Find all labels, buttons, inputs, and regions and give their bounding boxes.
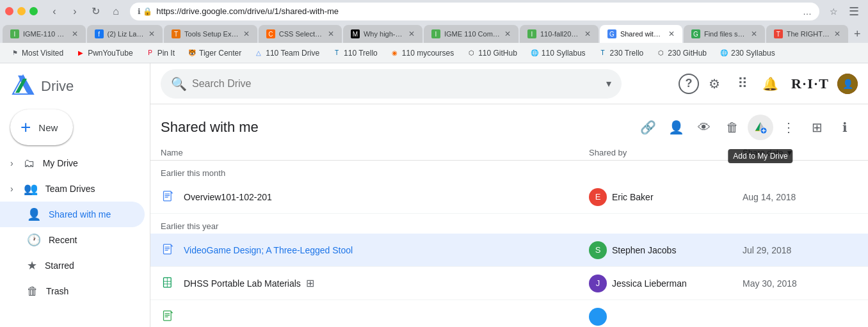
dot-maximize[interactable]	[29, 7, 38, 15]
sidebar-header[interactable]: Drive	[0, 68, 150, 109]
bookmark-label: 230 Trello	[610, 49, 644, 58]
link-button[interactable]: 🔗	[635, 115, 661, 140]
doc-icon	[162, 191, 175, 203]
tab-tab-igme110[interactable]: I IGME 110 Commu... ✕	[424, 25, 518, 43]
address-url: https://drive.google.com/drive/u/1/share…	[156, 6, 799, 16]
drive-logo-text: Drive	[41, 78, 74, 95]
bookmark-icon: ⚑	[10, 49, 19, 58]
recent-icon: 🕐	[27, 233, 41, 247]
bookmark-bm-110-syllabus[interactable]: 🌐 110 Syllabus	[525, 46, 591, 60]
add-to-drive-icon	[754, 121, 767, 134]
bookmark-bm-110-trello[interactable]: T 110 Trello	[327, 46, 383, 60]
tab-close-icon[interactable]: ✕	[328, 29, 334, 38]
sidebar-item-recent[interactable]: 🕐 Recent	[0, 227, 145, 253]
tab-tab-tools[interactable]: T Tools Setup Exerc... ✕	[164, 25, 257, 43]
forward-button[interactable]: ›	[66, 3, 84, 20]
add-to-drive-button[interactable]	[748, 115, 773, 140]
notification-button[interactable]: 🔔	[758, 71, 784, 97]
file-row-file-videogame[interactable]: VideoGame Design; A Three-Legged Stool S…	[150, 234, 868, 267]
my-drive-icon: 🗂	[24, 157, 35, 170]
tab-label: Why high-per...	[364, 30, 405, 38]
more-button[interactable]: ⋮	[776, 115, 801, 140]
browser-menu-button[interactable]: ☰	[845, 3, 863, 20]
help-button[interactable]: ?	[679, 74, 699, 94]
file-row-file-overview[interactable]: Overview101-102-201 E Eric Baker Aug 14,…	[150, 180, 868, 214]
address-menu-icon: …	[803, 6, 812, 17]
search-input[interactable]	[192, 78, 601, 90]
bookmark-bm-pinit[interactable]: P Pin It	[141, 46, 180, 60]
sharer-avatar	[589, 308, 607, 326]
bookmark-bm-110-mycourses[interactable]: ◉ 110 mycourses	[385, 46, 459, 60]
tab-favicon: G	[607, 29, 616, 38]
bookmark-bm-230-github[interactable]: ⬡ 230 GitHub	[651, 46, 712, 60]
bookmark-bm-230-syllabus[interactable]: 🌐 230 Syllabus	[714, 46, 780, 60]
page-title: Shared with me	[161, 119, 635, 136]
browser-nav: ‹ › ↻ ⌂	[45, 3, 125, 20]
sidebar-item-trash[interactable]: 🗑 Trash	[0, 278, 145, 304]
tab-close-icon[interactable]: ✕	[243, 29, 250, 38]
info-button[interactable]: ℹ	[832, 115, 858, 140]
tab-tab-right-w[interactable]: T The RIGHT W... ✕	[766, 25, 848, 43]
tab-tab-medium[interactable]: M Why high-per... ✕	[343, 25, 422, 43]
tab-favicon: T	[774, 29, 783, 38]
sidebar-item-shared-with-me[interactable]: 👤 Shared with me	[0, 202, 145, 227]
sidebar-item-team-drives[interactable]: › 👥 Team Drives	[0, 176, 145, 202]
sort-arrow-icon: ▼	[786, 148, 794, 157]
refresh-button[interactable]: ↻	[86, 3, 104, 20]
tab-close-icon[interactable]: ✕	[834, 29, 840, 38]
tab-close-icon[interactable]: ✕	[504, 29, 511, 38]
bookmark-bm-110-team-drive[interactable]: △ 110 Team Drive	[249, 46, 325, 60]
file-row-stub[interactable]	[150, 300, 868, 327]
tab-close-icon[interactable]: ✕	[584, 29, 591, 38]
tab-close-icon[interactable]: ✕	[751, 29, 757, 38]
dot-close[interactable]	[5, 7, 13, 15]
sharer-name: Stephen Jacobs	[612, 245, 676, 255]
dot-minimize[interactable]	[17, 7, 26, 15]
search-bar[interactable]: 🔍 ▾	[161, 69, 622, 99]
sidebar-item-starred[interactable]: ★ Starred	[0, 253, 145, 278]
tabs-bar: I IGME-110 Fall... ✕ f (2) Liz Lawley ✕ …	[0, 22, 868, 43]
col-name-header: Name	[161, 148, 589, 157]
sharer-name: Jessica Lieberman	[612, 278, 687, 289]
grid-view-button[interactable]: ⊞	[804, 115, 830, 140]
tab-close-icon[interactable]: ✕	[668, 29, 675, 38]
user-avatar[interactable]	[837, 74, 858, 94]
tab-close-icon[interactable]: ✕	[149, 29, 155, 38]
tab-close-icon[interactable]: ✕	[408, 29, 415, 38]
home-button[interactable]: ⌂	[107, 3, 125, 20]
bookmark-bm-tiger[interactable]: 🐯 Tiger Center	[182, 46, 246, 60]
address-bar[interactable]: ℹ 🔒 https://drive.google.com/drive/u/1/s…	[130, 3, 819, 20]
file-row-file-dhss[interactable]: DHSS Portable Lab Materials ⊞ J Jessica …	[150, 267, 868, 300]
tab-tab-fall2018[interactable]: I 110-fall2018/... ✕	[520, 25, 599, 43]
back-button[interactable]: ‹	[45, 3, 63, 20]
tab-tab-igme[interactable]: I IGME-110 Fall... ✕	[3, 25, 86, 43]
settings-button[interactable]: ⚙	[702, 71, 727, 97]
section-header-earlier-this-month: Earlier this month	[150, 161, 868, 180]
bookmark-label: 230 Syllabus	[731, 49, 775, 58]
file-icon-cell	[161, 243, 176, 258]
bookmark-bm-most-visited[interactable]: ⚑ Most Visited	[5, 46, 68, 60]
search-dropdown-icon[interactable]: ▾	[606, 77, 611, 90]
add-person-button[interactable]: 👤	[663, 115, 689, 140]
bookmark-star-button[interactable]: ☆	[824, 3, 842, 20]
tab-close-icon[interactable]: ✕	[72, 29, 78, 38]
team-drives-icon: 👥	[24, 182, 38, 196]
preview-button[interactable]: 👁	[691, 115, 717, 140]
new-tab-button[interactable]: +	[849, 25, 865, 43]
tab-tab-shared-me[interactable]: G Shared with m... ✕	[600, 25, 682, 43]
tab-tab-facebook[interactable]: f (2) Liz Lawley ✕	[87, 25, 163, 43]
tab-tab-find-files[interactable]: G Find files shar... ✕	[684, 25, 765, 43]
bookmark-label: Tiger Center	[199, 49, 241, 58]
shared-by-cell: S Stephen Jacobs	[589, 241, 743, 259]
browser-dots	[5, 7, 38, 15]
delete-button[interactable]: 🗑	[719, 115, 745, 140]
tab-tab-css[interactable]: C CSS Selectors... ✕	[259, 25, 342, 43]
col-shared-by-header: Shared by	[589, 148, 743, 157]
sidebar-item-label: Trash	[46, 286, 134, 296]
new-button[interactable]: + New	[10, 109, 73, 145]
bookmark-bm-110-github[interactable]: ⬡ 110 GitHub	[462, 46, 522, 60]
bookmark-bm-pwnyoutube[interactable]: ▶ PwnYouTube	[71, 46, 138, 60]
apps-button[interactable]: ⠿	[730, 71, 755, 97]
bookmark-bm-230-trello[interactable]: T 230 Trello	[593, 46, 649, 60]
sidebar-item-my-drive[interactable]: › 🗂 My Drive	[0, 150, 145, 176]
